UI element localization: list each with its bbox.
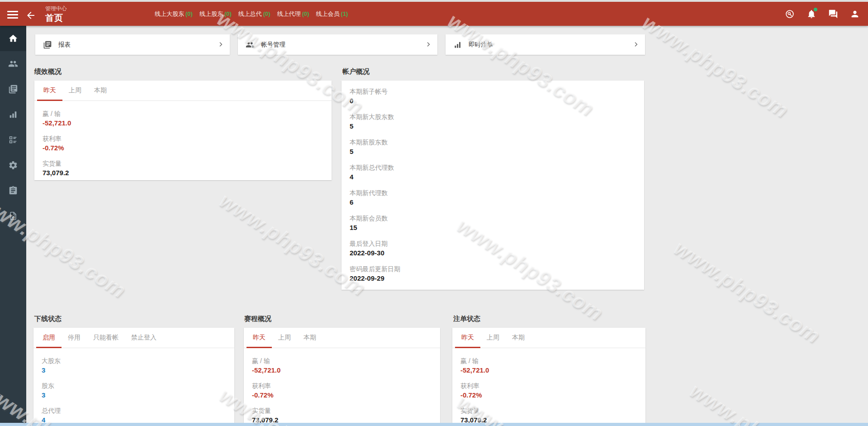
sidebar-item-settings[interactable] <box>0 153 26 178</box>
tab-last-week[interactable]: 上周 <box>62 81 88 101</box>
stat-turnover: 实货量 73,079.2 <box>43 159 323 178</box>
stat-last-login-date: 最后登入日期 2022-09-30 <box>350 239 636 258</box>
quicklink-label: 报表 <box>58 41 71 49</box>
account-stats: 本期新子帐号 0 本期新大股东数 5 本期新股东数 5 本期新总代理数 4 本期… <box>342 81 644 283</box>
stat-new-members: 本期新会员数 15 <box>350 214 636 233</box>
notification-dot <box>814 8 817 11</box>
sidebar-item-statistics[interactable] <box>0 102 26 127</box>
search-icon[interactable] <box>785 9 795 19</box>
tab-this-period[interactable]: 本期 <box>506 328 531 348</box>
people-icon <box>246 40 255 49</box>
header-bar: 管理中心 首页 线上大股东(0) 线上股东(0) 线上总代(0) 线上代理(0)… <box>0 2 868 26</box>
schedule-panel: 昨天 上周 本期 赢 / 输 -52,721.0 获利率 -0.72% 实货量 … <box>244 328 440 423</box>
quicklink-label: 帐号管理 <box>261 41 285 49</box>
nav-online-major-shareholder[interactable]: 线上大股东(0) <box>155 10 193 18</box>
stat-shareholders: 股东 3 <box>42 381 226 400</box>
quicklink-label: 即时注单 <box>469 41 493 49</box>
downline-panel: 启用 停用 只能看帐 禁止登入 大股东 3 股东 3 总代理 4 <box>33 328 234 423</box>
chevron-right-icon <box>217 41 224 48</box>
tab-this-period[interactable]: 本期 <box>297 328 323 348</box>
stat-new-agents: 本期新代理数 6 <box>350 188 636 207</box>
downline-tabs: 启用 停用 只能看帐 禁止登入 <box>33 328 234 348</box>
page-title: 首页 <box>45 12 67 24</box>
account-icon[interactable] <box>850 9 860 19</box>
window-top-strip <box>0 0 868 2</box>
section-title-downline: 下线状态 <box>34 315 62 323</box>
nav-online-agent[interactable]: 线上代理(0) <box>277 10 309 18</box>
online-counts-nav: 线上大股东(0) 线上股东(0) 线上总代(0) 线上代理(0) 线上会员(1) <box>155 2 348 26</box>
stat-new-sub-accounts: 本期新子帐号 0 <box>350 87 636 106</box>
ballot-icon <box>8 135 18 145</box>
watermark: www.php93.com <box>670 235 825 348</box>
clipboard-icon <box>8 186 18 196</box>
stat-profit-rate: 获利率 -0.72% <box>43 134 323 153</box>
count-badge: (1) <box>341 10 348 17</box>
menu-icon[interactable] <box>7 11 18 19</box>
tab-last-week[interactable]: 上周 <box>272 328 297 348</box>
quicklink-reports[interactable]: 报表 <box>35 34 230 55</box>
section-title-schedule: 赛程概况 <box>244 315 271 323</box>
gear-icon <box>8 160 18 170</box>
sidebar-item-home[interactable] <box>0 26 26 51</box>
file-edit-icon <box>8 211 18 221</box>
stat-new-general-agents: 本期新总代理数 4 <box>350 163 636 182</box>
people-icon <box>8 59 18 69</box>
tab-last-week[interactable]: 上周 <box>480 328 506 348</box>
performance-stats: 赢 / 输 -52,721.0 获利率 -0.72% 实货量 73,079.2 <box>34 101 332 178</box>
home-icon <box>8 34 18 43</box>
bar-chart-icon <box>8 110 18 120</box>
quicklink-account-management[interactable]: 帐号管理 <box>238 34 437 55</box>
performance-tabs: 昨天 上周 本期 <box>34 81 332 101</box>
back-arrow-icon[interactable] <box>25 10 36 21</box>
chat-icon[interactable] <box>828 9 838 19</box>
tab-yesterday[interactable]: 昨天 <box>455 328 480 348</box>
documents-icon <box>8 84 18 94</box>
breadcrumb: 管理中心 <box>45 5 67 12</box>
tab-login-forbidden[interactable]: 禁止登入 <box>125 328 163 348</box>
section-title-performance: 绩效概况 <box>34 67 62 76</box>
sidebar <box>0 26 26 423</box>
stat-turnover: 实货量 73,079.2 <box>460 406 637 423</box>
stat-turnover: 实货量 73,079.2 <box>252 406 432 423</box>
bets-stats: 赢 / 输 -52,721.0 获利率 -0.72% 实货量 73,079.2 <box>452 348 645 423</box>
stat-win-loss: 赢 / 输 -52,721.0 <box>43 109 323 128</box>
tab-view-only[interactable]: 只能看帐 <box>87 328 125 348</box>
sidebar-item-orders[interactable] <box>0 127 26 153</box>
watermark: www.php93.com <box>638 10 793 123</box>
count-badge: (0) <box>302 10 309 17</box>
count-badge: (0) <box>263 10 270 17</box>
notifications-icon[interactable] <box>806 9 816 19</box>
section-title-bets: 注单状态 <box>453 315 480 323</box>
horizontal-scrollbar[interactable] <box>0 423 868 426</box>
bar-chart-icon <box>453 40 462 49</box>
account-panel: 本期新子帐号 0 本期新大股东数 5 本期新股东数 5 本期新总代理数 4 本期… <box>342 81 644 290</box>
stat-new-major-shareholders: 本期新大股东数 5 <box>350 112 636 131</box>
stat-win-loss: 赢 / 输 -52,721.0 <box>460 356 637 375</box>
tab-this-period[interactable]: 本期 <box>88 81 113 101</box>
stat-password-updated-date: 密码最后更新日期 2022-09-29 <box>350 264 636 283</box>
quicklink-live-bets[interactable]: 即时注单 <box>446 34 645 55</box>
schedule-tabs: 昨天 上周 本期 <box>244 328 440 348</box>
nav-online-shareholder[interactable]: 线上股东(0) <box>199 10 232 18</box>
sidebar-item-records[interactable] <box>0 178 26 203</box>
stat-win-loss: 赢 / 输 -52,721.0 <box>252 356 432 375</box>
tab-yesterday[interactable]: 昨天 <box>247 328 272 348</box>
performance-panel: 昨天 上周 本期 赢 / 输 -52,721.0 获利率 -0.72% 实货量 … <box>34 81 332 180</box>
bets-panel: 昨天 上周 本期 赢 / 输 -52,721.0 获利率 -0.72% 实货量 … <box>452 328 645 423</box>
sidebar-item-accounts[interactable] <box>0 51 26 77</box>
watermark: www.php93.com <box>686 378 841 426</box>
tab-enabled[interactable]: 启用 <box>36 328 62 348</box>
downline-stats: 大股东 3 股东 3 总代理 4 <box>33 348 234 423</box>
nav-online-member[interactable]: 线上会员(1) <box>316 10 348 18</box>
tab-disabled[interactable]: 停用 <box>62 328 87 348</box>
count-badge: (0) <box>185 10 193 17</box>
chevron-right-icon <box>632 41 640 48</box>
sidebar-item-reports[interactable] <box>0 77 26 102</box>
bets-tabs: 昨天 上周 本期 <box>452 328 645 348</box>
stat-new-shareholders: 本期新股东数 5 <box>350 138 636 157</box>
sidebar-item-logs[interactable] <box>0 203 26 229</box>
tab-yesterday[interactable]: 昨天 <box>37 81 62 101</box>
chevron-right-icon <box>425 41 432 48</box>
stat-profit-rate: 获利率 -0.72% <box>252 381 432 400</box>
nav-online-general-agent[interactable]: 线上总代(0) <box>238 10 270 18</box>
